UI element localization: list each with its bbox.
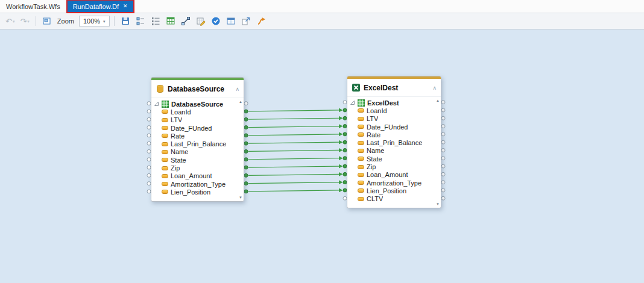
port-mapped[interactable] [244,110,248,113]
scroll-up-icon[interactable]: ▲ [239,100,242,104]
expression-builder-button[interactable] [194,14,207,28]
verify-dataflow-button[interactable] [209,14,223,28]
node-header[interactable]: ExcelDest∧ [347,79,441,96]
field-row[interactable]: Last_Prin_Balance [350,138,434,146]
mapping-wire[interactable] [248,190,339,191]
field-row[interactable]: Lien_Position [154,188,236,196]
field-row-root[interactable]: DatabaseSource [154,100,236,108]
port[interactable] [441,101,445,104]
zoom-level-select[interactable]: 100% ▾ [79,16,110,26]
field-row[interactable]: State [350,155,434,163]
field-row[interactable]: Date_FUnded [154,124,236,132]
scroll-down-icon[interactable]: ▼ [436,202,440,206]
field-row[interactable]: LTV [154,116,236,124]
port-mapped[interactable] [244,190,248,193]
mapping-wire[interactable] [248,166,339,167]
node-databasesource[interactable]: DatabaseSource∧DatabaseSourceLoanIdLTVDa… [151,77,244,202]
port-mapped[interactable] [244,173,248,177]
field-row[interactable]: Amortization_Type [350,179,434,187]
mapping-wire[interactable] [248,142,339,143]
mapping-wire[interactable] [248,118,339,119]
field-row[interactable]: LTV [350,115,434,123]
field-row[interactable]: Zip [154,164,236,172]
field-label: Loan_Amount [171,172,212,179]
field-row[interactable]: Last_Prin_Balance [154,140,236,148]
port[interactable] [441,157,445,160]
port[interactable] [441,116,445,120]
port[interactable] [244,102,248,105]
port[interactable] [441,188,445,192]
horizontal-layout-button[interactable] [134,14,147,28]
port[interactable] [441,196,445,200]
scroll-up-icon[interactable]: ▲ [436,99,440,102]
port-mapped[interactable] [244,149,248,153]
close-tab-icon[interactable]: ✕ [123,4,128,9]
field-row[interactable]: LoanId [154,108,236,116]
open-in-window-button[interactable] [239,14,253,28]
undo-button[interactable]: ↶ ▾ [4,14,16,28]
field-row[interactable]: Date_FUnded [350,123,434,131]
port[interactable] [441,181,445,184]
field-row[interactable]: CLTV [350,195,434,203]
port-mapped[interactable] [244,158,248,161]
field-label: State [367,155,382,163]
port[interactable] [441,140,445,144]
link-tool-button[interactable] [179,14,192,28]
field-icon [162,134,168,138]
auto-map-button[interactable] [254,14,268,28]
field-row[interactable]: Name [154,148,236,156]
port[interactable] [441,108,445,112]
node-header[interactable]: DatabaseSource∧ [151,80,244,98]
field-row[interactable]: Zip [350,163,434,170]
node-exceldest[interactable]: ExcelDest∧ExcelDestLoanIdLTVDate_FUndedR… [347,76,441,208]
tree-expander-icon[interactable] [154,101,159,107]
mapping-wire[interactable] [248,134,339,135]
field-row[interactable]: Lien_Position [350,187,434,194]
mapping-wire[interactable] [248,182,339,184]
port-mapped[interactable] [244,134,248,137]
tree-expander-icon[interactable] [350,100,355,105]
field-row[interactable]: LoanId [350,107,434,114]
field-icon [162,190,168,194]
node-field-list: DatabaseSourceLoanIdLTVDate_FUndedRateLa… [151,98,244,201]
field-row[interactable]: Rate [154,132,236,140]
save-button[interactable] [119,14,132,28]
mapping-wire[interactable] [248,174,339,175]
mapping-wire[interactable] [248,110,339,111]
mapping-wire[interactable] [248,126,339,128]
scroll-down-icon[interactable]: ▼ [239,196,242,199]
redo-button[interactable]: ↷ ▾ [18,14,31,28]
port-mapped[interactable] [244,182,248,185]
field-row[interactable]: Rate [350,131,434,138]
port-mapped[interactable] [244,142,248,145]
field-row[interactable]: Amortization_Type [154,180,236,188]
field-row-root[interactable]: ExcelDest [350,99,434,107]
mapping-wire[interactable] [248,158,339,160]
dataflow-canvas[interactable]: DatabaseSource∧DatabaseSourceLoanIdLTVDa… [0,30,644,283]
field-row[interactable]: Name [350,147,434,155]
port-mapped[interactable] [244,117,248,121]
collapse-chevron-icon[interactable]: ∧ [235,86,239,92]
database-table-button[interactable] [164,14,177,28]
port[interactable] [441,148,445,152]
tab-workflowtask-wfs[interactable]: WorkflowTask.Wfs [0,0,67,13]
field-row[interactable]: State [154,156,236,164]
port-mapped[interactable] [244,166,248,169]
port[interactable] [441,132,445,136]
port[interactable] [441,164,445,168]
port[interactable] [441,172,445,176]
field-row[interactable]: Loan_Amount [350,171,434,179]
field-label: ExcelDest [367,99,399,107]
port[interactable] [441,125,445,128]
field-label: Rate [171,132,185,140]
field-row[interactable]: Loan_Amount [154,172,236,180]
mapping-arrow-icon [339,164,343,169]
port-mapped[interactable] [244,126,248,129]
field-label: State [171,157,186,164]
collapse-chevron-icon[interactable]: ∧ [432,85,437,91]
zoom-to-fit-button[interactable] [40,14,54,28]
tree-list-button[interactable] [149,14,162,28]
mapping-wire[interactable] [248,150,339,151]
tab-rundataflow-df[interactable]: RunDataflow.Df ✕ [67,0,134,13]
preview-data-button[interactable] [224,14,238,28]
